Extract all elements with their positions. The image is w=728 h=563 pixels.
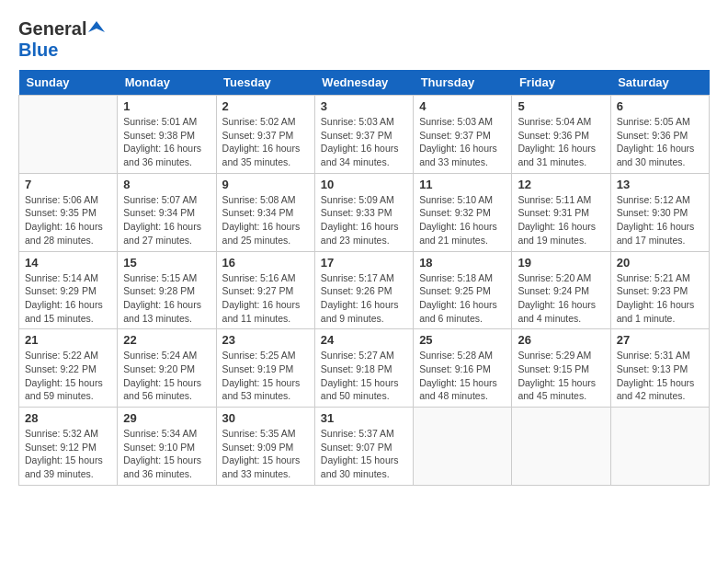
day-info: Sunrise: 5:07 AM Sunset: 9:34 PM Dayligh…: [123, 193, 210, 247]
calendar-week-row: 7Sunrise: 5:06 AM Sunset: 9:35 PM Daylig…: [19, 173, 710, 251]
day-number: 19: [518, 256, 604, 270]
day-number: 11: [419, 178, 506, 191]
day-number: 30: [222, 411, 309, 425]
calendar-cell: [414, 408, 512, 486]
weekday-header-tuesday: Tuesday: [216, 70, 314, 96]
header: General Blue: [18, 18, 710, 61]
calendar-week-row: 1Sunrise: 5:01 AM Sunset: 9:38 PM Daylig…: [19, 96, 710, 174]
day-number: 23: [222, 333, 309, 347]
day-number: 8: [123, 178, 210, 191]
calendar-cell: 12Sunrise: 5:11 AM Sunset: 9:31 PM Dayli…: [512, 173, 610, 251]
day-number: 31: [321, 411, 407, 425]
weekday-header-thursday: Thursday: [414, 70, 512, 96]
calendar-cell: 13Sunrise: 5:12 AM Sunset: 9:30 PM Dayli…: [610, 173, 709, 251]
day-info: Sunrise: 5:18 AM Sunset: 9:25 PM Dayligh…: [419, 271, 506, 326]
logo-general: General: [18, 18, 86, 40]
calendar-cell: 4Sunrise: 5:03 AM Sunset: 9:37 PM Daylig…: [414, 96, 512, 174]
calendar-cell: 26Sunrise: 5:29 AM Sunset: 9:15 PM Dayli…: [512, 329, 610, 408]
day-info: Sunrise: 5:21 AM Sunset: 9:23 PM Dayligh…: [617, 271, 703, 326]
day-info: Sunrise: 5:31 AM Sunset: 9:13 PM Dayligh…: [617, 349, 703, 403]
day-number: 21: [25, 333, 111, 347]
weekday-header-monday: Monday: [118, 70, 216, 96]
day-number: 24: [321, 333, 407, 347]
day-info: Sunrise: 5:24 AM Sunset: 9:20 PM Dayligh…: [123, 349, 210, 403]
day-info: Sunrise: 5:35 AM Sunset: 9:09 PM Dayligh…: [222, 427, 309, 481]
day-number: 17: [321, 256, 407, 270]
day-info: Sunrise: 5:27 AM Sunset: 9:18 PM Dayligh…: [321, 349, 407, 403]
day-number: 14: [25, 256, 111, 270]
day-info: Sunrise: 5:14 AM Sunset: 9:29 PM Dayligh…: [25, 271, 111, 326]
calendar-week-row: 28Sunrise: 5:32 AM Sunset: 9:12 PM Dayli…: [19, 408, 710, 486]
weekday-header-friday: Friday: [512, 70, 610, 96]
day-number: 5: [518, 99, 604, 113]
calendar-cell: 30Sunrise: 5:35 AM Sunset: 9:09 PM Dayli…: [216, 408, 314, 486]
day-number: 28: [25, 411, 111, 425]
calendar-cell: [19, 96, 118, 174]
day-info: Sunrise: 5:28 AM Sunset: 9:16 PM Dayligh…: [419, 349, 506, 403]
day-number: 9: [222, 178, 309, 191]
weekday-header-wednesday: Wednesday: [314, 70, 413, 96]
logo: General Blue: [18, 18, 105, 61]
day-info: Sunrise: 5:25 AM Sunset: 9:19 PM Dayligh…: [222, 349, 309, 403]
logo-blue: Blue: [18, 40, 58, 60]
day-number: 10: [321, 178, 407, 191]
day-number: 4: [419, 99, 506, 113]
logo-bird-icon: [88, 19, 105, 36]
day-number: 18: [419, 256, 506, 270]
day-number: 15: [123, 256, 210, 270]
day-number: 6: [617, 99, 703, 113]
day-number: 25: [419, 333, 506, 347]
calendar-cell: 11Sunrise: 5:10 AM Sunset: 9:32 PM Dayli…: [414, 173, 512, 251]
calendar-cell: 14Sunrise: 5:14 AM Sunset: 9:29 PM Dayli…: [19, 251, 118, 329]
calendar-cell: 27Sunrise: 5:31 AM Sunset: 9:13 PM Dayli…: [610, 329, 709, 408]
calendar-cell: 23Sunrise: 5:25 AM Sunset: 9:19 PM Dayli…: [216, 329, 314, 408]
calendar-cell: 21Sunrise: 5:22 AM Sunset: 9:22 PM Dayli…: [19, 329, 118, 408]
calendar-cell: 2Sunrise: 5:02 AM Sunset: 9:37 PM Daylig…: [216, 96, 314, 174]
day-info: Sunrise: 5:01 AM Sunset: 9:38 PM Dayligh…: [123, 115, 210, 169]
day-info: Sunrise: 5:11 AM Sunset: 9:31 PM Dayligh…: [518, 193, 604, 247]
calendar-cell: 19Sunrise: 5:20 AM Sunset: 9:24 PM Dayli…: [512, 251, 610, 329]
day-info: Sunrise: 5:29 AM Sunset: 9:15 PM Dayligh…: [518, 349, 604, 403]
day-number: 7: [25, 178, 111, 191]
weekday-header-row: SundayMondayTuesdayWednesdayThursdayFrid…: [19, 70, 710, 96]
day-info: Sunrise: 5:22 AM Sunset: 9:22 PM Dayligh…: [25, 349, 111, 403]
calendar-cell: 18Sunrise: 5:18 AM Sunset: 9:25 PM Dayli…: [414, 251, 512, 329]
day-info: Sunrise: 5:15 AM Sunset: 9:28 PM Dayligh…: [123, 271, 210, 326]
calendar-cell: 5Sunrise: 5:04 AM Sunset: 9:36 PM Daylig…: [512, 96, 610, 174]
calendar-cell: 29Sunrise: 5:34 AM Sunset: 9:10 PM Dayli…: [118, 408, 216, 486]
calendar-cell: 24Sunrise: 5:27 AM Sunset: 9:18 PM Dayli…: [314, 329, 413, 408]
svg-marker-0: [88, 21, 105, 32]
calendar-cell: 8Sunrise: 5:07 AM Sunset: 9:34 PM Daylig…: [118, 173, 216, 251]
calendar-cell: [512, 408, 610, 486]
day-info: Sunrise: 5:03 AM Sunset: 9:37 PM Dayligh…: [321, 115, 407, 169]
calendar-cell: 10Sunrise: 5:09 AM Sunset: 9:33 PM Dayli…: [314, 173, 413, 251]
calendar-cell: 16Sunrise: 5:16 AM Sunset: 9:27 PM Dayli…: [216, 251, 314, 329]
day-number: 22: [123, 333, 210, 347]
day-number: 20: [617, 256, 703, 270]
calendar-cell: [610, 408, 709, 486]
calendar-cell: 31Sunrise: 5:37 AM Sunset: 9:07 PM Dayli…: [314, 408, 413, 486]
day-number: 3: [321, 99, 407, 113]
calendar-cell: 9Sunrise: 5:08 AM Sunset: 9:34 PM Daylig…: [216, 173, 314, 251]
day-number: 26: [518, 333, 604, 347]
calendar-cell: 28Sunrise: 5:32 AM Sunset: 9:12 PM Dayli…: [19, 408, 118, 486]
calendar-cell: 15Sunrise: 5:15 AM Sunset: 9:28 PM Dayli…: [118, 251, 216, 329]
day-info: Sunrise: 5:05 AM Sunset: 9:36 PM Dayligh…: [617, 115, 703, 169]
day-info: Sunrise: 5:37 AM Sunset: 9:07 PM Dayligh…: [321, 427, 407, 481]
day-number: 12: [518, 178, 604, 191]
calendar-cell: 25Sunrise: 5:28 AM Sunset: 9:16 PM Dayli…: [414, 329, 512, 408]
calendar-cell: 6Sunrise: 5:05 AM Sunset: 9:36 PM Daylig…: [610, 96, 709, 174]
calendar-week-row: 21Sunrise: 5:22 AM Sunset: 9:22 PM Dayli…: [19, 329, 710, 408]
calendar-cell: 3Sunrise: 5:03 AM Sunset: 9:37 PM Daylig…: [314, 96, 413, 174]
day-info: Sunrise: 5:06 AM Sunset: 9:35 PM Dayligh…: [25, 193, 111, 247]
day-info: Sunrise: 5:17 AM Sunset: 9:26 PM Dayligh…: [321, 271, 407, 326]
day-info: Sunrise: 5:12 AM Sunset: 9:30 PM Dayligh…: [617, 193, 703, 247]
day-info: Sunrise: 5:03 AM Sunset: 9:37 PM Dayligh…: [419, 115, 506, 169]
day-number: 27: [617, 333, 703, 347]
calendar-cell: 7Sunrise: 5:06 AM Sunset: 9:35 PM Daylig…: [19, 173, 118, 251]
day-info: Sunrise: 5:16 AM Sunset: 9:27 PM Dayligh…: [222, 271, 309, 326]
day-info: Sunrise: 5:32 AM Sunset: 9:12 PM Dayligh…: [25, 427, 111, 481]
calendar-cell: 17Sunrise: 5:17 AM Sunset: 9:26 PM Dayli…: [314, 251, 413, 329]
day-info: Sunrise: 5:09 AM Sunset: 9:33 PM Dayligh…: [321, 193, 407, 247]
day-number: 2: [222, 99, 309, 113]
